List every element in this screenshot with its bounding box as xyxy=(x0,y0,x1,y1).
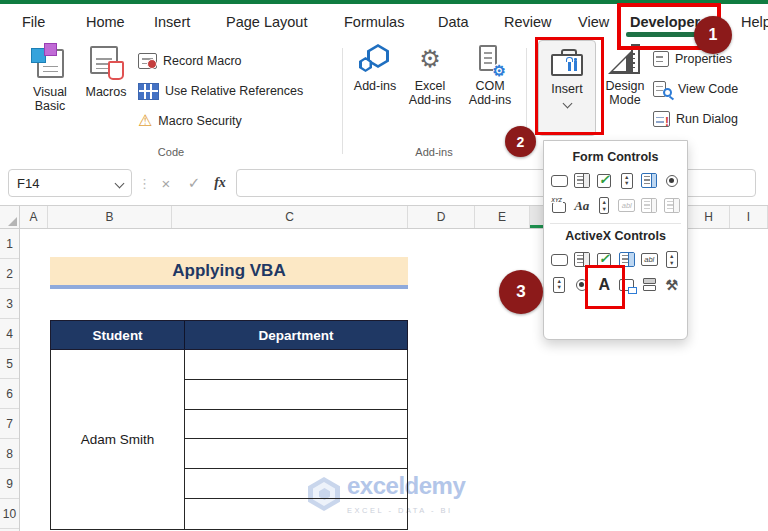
form-combo-dropdown-edit-icon xyxy=(661,193,684,218)
column-header-d[interactable]: D xyxy=(408,206,475,228)
column-header-a[interactable]: A xyxy=(20,206,48,228)
activex-scroll-bar-icon[interactable]: ▲▼ xyxy=(661,247,684,272)
row-header-9[interactable]: 9 xyxy=(0,469,19,499)
student-name-cell[interactable]: Adam Smith xyxy=(51,350,185,529)
cancel-icon[interactable]: × xyxy=(154,169,178,197)
name-box-value: F14 xyxy=(17,176,39,191)
com-addins-icon: ⚙ xyxy=(477,44,503,74)
excel-addins-button[interactable]: ⚙ Excel Add-ins xyxy=(402,44,458,107)
activex-text-box-icon[interactable]: abl xyxy=(638,247,661,272)
chevron-down-icon xyxy=(115,178,125,188)
insert-function-fx-icon[interactable]: fx xyxy=(208,169,232,197)
student-name: Adam Smith xyxy=(81,432,155,447)
properties-label: Properties xyxy=(675,52,732,66)
addins-button[interactable]: Add-ins xyxy=(352,44,398,93)
name-box[interactable]: F14 xyxy=(8,169,132,197)
visual-basic-button[interactable]: Visual Basic xyxy=(24,44,76,113)
badge-2: 2 xyxy=(505,126,536,157)
activex-toggle-button-icon[interactable] xyxy=(638,272,661,297)
tab-home[interactable]: Home xyxy=(86,4,125,40)
form-group-box-icon[interactable]: XYZ xyxy=(548,193,571,218)
tab-file[interactable]: File xyxy=(22,4,45,40)
enter-check-icon[interactable]: ✓ xyxy=(182,169,206,197)
column-header-c[interactable]: C xyxy=(172,206,408,228)
badge-3: 3 xyxy=(499,270,543,314)
relative-references-icon xyxy=(138,83,159,100)
form-controls-heading: Form Controls xyxy=(544,150,687,164)
view-code-label: View Code xyxy=(678,82,738,96)
group-label-code: Code xyxy=(0,146,342,158)
tab-formulas[interactable]: Formulas xyxy=(344,4,404,40)
macro-security-button[interactable]: ⚠ Macro Security xyxy=(138,110,242,132)
student-table: Student Department Adam Smith xyxy=(50,320,408,530)
macros-label: Macros xyxy=(86,85,127,99)
form-scroll-bar-icon[interactable]: ▲▼ xyxy=(593,193,616,218)
form-label-icon[interactable]: Aa xyxy=(571,193,594,218)
row-header-8[interactable]: 8 xyxy=(0,439,19,469)
visual-basic-label: Visual Basic xyxy=(24,85,76,113)
formula-bar-divider: ⋮ xyxy=(138,169,151,197)
tab-data[interactable]: Data xyxy=(438,4,469,40)
use-relative-references-label: Use Relative References xyxy=(165,84,303,98)
column-header-b[interactable]: B xyxy=(48,206,172,228)
department-cell[interactable] xyxy=(185,499,407,529)
developer-active-underline xyxy=(626,32,704,37)
gear-icon: ⚙ xyxy=(419,44,441,74)
row-header-5[interactable]: 5 xyxy=(0,349,19,379)
column-header-h[interactable]: H xyxy=(688,206,730,228)
department-cell[interactable] xyxy=(185,350,407,380)
tab-help[interactable]: Help xyxy=(741,4,768,40)
view-code-button[interactable]: View Code xyxy=(653,78,738,100)
table-header-department[interactable]: Department xyxy=(185,321,407,349)
department-cell[interactable] xyxy=(185,469,407,499)
form-spin-button-icon[interactable]: ▲▼ xyxy=(616,168,639,193)
row-headers: 1 2 3 4 5 6 7 8 9 10 xyxy=(0,229,20,531)
form-combo-box-icon[interactable] xyxy=(571,168,594,193)
row-header-7[interactable]: 7 xyxy=(0,409,19,439)
form-combo-list-edit-icon xyxy=(638,193,661,218)
sheet-title: Applying VBA xyxy=(172,261,285,281)
activex-spin-button-icon[interactable]: ▲▼ xyxy=(548,272,571,297)
activex-command-button-icon[interactable] xyxy=(548,247,571,272)
row-header-4[interactable]: 4 xyxy=(0,319,19,349)
department-cell[interactable] xyxy=(185,439,407,469)
record-macro-label: Record Macro xyxy=(163,54,242,68)
form-button-icon[interactable] xyxy=(548,168,571,193)
visual-basic-icon xyxy=(31,44,69,80)
select-all-corner[interactable] xyxy=(0,206,20,228)
department-cell[interactable] xyxy=(185,410,407,440)
form-option-button-icon[interactable] xyxy=(661,168,684,193)
highlight-box-checkbox xyxy=(585,265,625,309)
row-header-2[interactable]: 2 xyxy=(0,259,19,289)
group-label-addins: Add-ins xyxy=(342,146,526,158)
row-header-1[interactable]: 1 xyxy=(0,229,19,259)
tab-page-layout[interactable]: Page Layout xyxy=(226,4,307,40)
tab-review[interactable]: Review xyxy=(504,4,552,40)
run-dialog-button[interactable]: ! Run Dialog xyxy=(653,108,738,130)
com-addins-button[interactable]: ⚙ COM Add-ins xyxy=(462,44,518,107)
design-mode-label: Design Mode xyxy=(601,79,649,107)
column-header-i[interactable]: I xyxy=(730,206,768,228)
tab-insert[interactable]: Insert xyxy=(154,4,190,40)
tab-view[interactable]: View xyxy=(578,4,609,40)
sheet-title-cell[interactable]: Applying VBA xyxy=(50,257,408,289)
group-separator xyxy=(342,48,343,154)
table-body: Adam Smith xyxy=(50,350,408,530)
row-header-3[interactable]: 3 xyxy=(0,289,19,319)
form-list-box-icon[interactable] xyxy=(638,168,661,193)
warning-triangle-icon: ⚠ xyxy=(138,113,152,129)
row-header-10[interactable]: 10 xyxy=(0,499,19,529)
form-check-box-icon[interactable]: ✓ xyxy=(593,168,616,193)
design-mode-button[interactable]: Design Mode xyxy=(601,44,649,107)
record-macro-button[interactable]: Record Macro xyxy=(138,50,242,72)
use-relative-references-button[interactable]: Use Relative References xyxy=(138,80,303,102)
macros-button[interactable]: Macros xyxy=(80,44,132,99)
properties-icon xyxy=(653,51,669,67)
form-text-field-icon: abl xyxy=(616,193,639,218)
row-header-6[interactable]: 6 xyxy=(0,379,19,409)
column-header-e[interactable]: E xyxy=(475,206,530,228)
department-cell[interactable] xyxy=(185,380,407,410)
com-addins-label: COM Add-ins xyxy=(462,79,518,107)
table-header-student[interactable]: Student xyxy=(51,321,185,349)
activex-more-controls-icon[interactable]: ⚒ xyxy=(661,272,684,297)
